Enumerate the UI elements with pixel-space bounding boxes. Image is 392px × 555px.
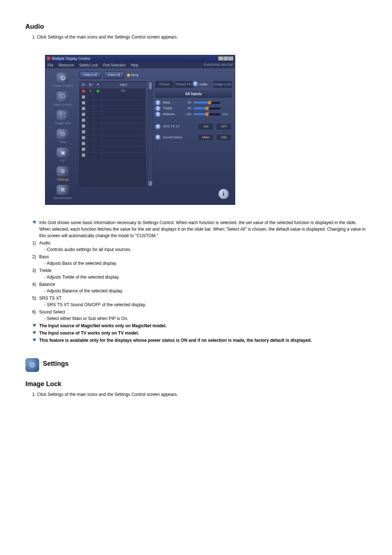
tab-image-lock[interactable]: Image Lock xyxy=(213,81,232,88)
image-lock-step-1: Click Settings of the main icons and the… xyxy=(37,391,367,398)
sidebar-item-pip[interactable]: ▣ PIP xyxy=(48,146,77,164)
sidebar-item-time[interactable]: ◷ Time xyxy=(48,127,77,146)
star-icon: ★ xyxy=(31,219,37,239)
slider-thumb[interactable] xyxy=(205,113,209,116)
row-checkbox[interactable] xyxy=(82,95,85,99)
toggle-row-srs-ts-xt: 5SRS TS XTONOFF xyxy=(155,123,232,130)
menu-help[interactable]: Help xyxy=(131,62,138,68)
grid-row[interactable] xyxy=(80,141,145,146)
window-maximize-button[interactable]: □ xyxy=(223,56,228,61)
menu-remocon[interactable]: Remocon xyxy=(58,62,74,68)
sidebar-item-image-size[interactable]: ⛶ Image Size xyxy=(48,109,77,127)
grid-row[interactable] xyxy=(80,123,145,129)
audio-step-1: Click Settings of the main icons and the… xyxy=(37,34,367,40)
input-source-icon: 🖵 xyxy=(57,92,69,102)
image-lock-heading: Image Lock xyxy=(25,379,367,389)
note-magicnet: The Input source of MagicNet works only … xyxy=(39,323,367,329)
sidebar-label: Image Size xyxy=(48,121,77,126)
list-item-desc: - Adjusts Bass of the selected display. xyxy=(44,260,367,267)
settings-icon: ⚙ xyxy=(57,166,69,177)
time-icon: ◷ xyxy=(57,129,69,139)
sidebar-item-input-source[interactable]: 🖵 Input Source xyxy=(48,90,77,108)
menu-safety-lock[interactable]: Safety Lock xyxy=(79,62,98,68)
grid-cell-id: 0 xyxy=(87,89,94,94)
tab-audio[interactable]: 1 Audio xyxy=(194,81,213,88)
menu-file[interactable]: File xyxy=(48,62,53,68)
row-checkbox[interactable] xyxy=(82,118,85,122)
row-checkbox[interactable] xyxy=(82,113,85,116)
row-checkbox[interactable] xyxy=(82,147,85,151)
toggle-option-b[interactable]: Sub xyxy=(216,134,232,141)
slider-value: 60 xyxy=(182,100,191,105)
star-icon: ★ xyxy=(31,323,37,329)
window-close-button[interactable]: × xyxy=(228,56,233,61)
grid-row[interactable] xyxy=(80,117,145,123)
grid-header-input: Input xyxy=(102,82,145,88)
tab-picture-pc[interactable]: Picture PC xyxy=(175,81,193,88)
busy-label: Busy xyxy=(131,73,139,78)
slider-thumb[interactable] xyxy=(205,107,209,110)
toggle-option-b[interactable]: OFF xyxy=(216,123,232,130)
status-dot-icon xyxy=(97,90,99,93)
scrollbar-down-arrow-icon[interactable] xyxy=(148,181,152,186)
grid-row[interactable] xyxy=(80,146,145,152)
settings-panel: Picture Picture PC 1 Audio Image Lock Al… xyxy=(155,81,232,186)
toggle-label: SRS TS XT xyxy=(163,124,196,129)
grid-row[interactable]: 0 PC xyxy=(80,88,145,94)
toggle-label: Sound Select xyxy=(163,135,196,140)
row-checkbox[interactable] xyxy=(82,124,85,128)
grid-row[interactable] xyxy=(80,152,145,158)
slider-bass[interactable] xyxy=(193,102,220,104)
list-number: 5) xyxy=(31,295,37,308)
window-minimize-button[interactable]: _ xyxy=(218,56,223,61)
grid-row[interactable] xyxy=(80,135,145,141)
sidebar-item-maintenance[interactable]: 🛠 Maintenance xyxy=(48,183,77,202)
info-button[interactable]: i xyxy=(218,189,229,199)
list-item-title: Audio xyxy=(39,240,367,246)
menu-port-selection[interactable]: Port Selection xyxy=(103,62,126,68)
row-checkbox[interactable] xyxy=(82,101,85,105)
grid-header-checkbox[interactable]: ☑ xyxy=(80,82,87,88)
select-all-button[interactable]: Select All xyxy=(79,72,101,79)
slider-balance[interactable] xyxy=(193,113,220,116)
app-icon xyxy=(47,57,50,60)
tab-picture[interactable]: Picture xyxy=(155,81,174,88)
sidebar: ⏻ Power Control 🖵 Input Source ⛶ Image S… xyxy=(48,71,77,202)
row-checkbox[interactable] xyxy=(82,107,85,110)
grid-row[interactable] xyxy=(80,100,145,106)
sidebar-item-power-control[interactable]: ⏻ Power Control xyxy=(48,71,77,89)
grid-row[interactable] xyxy=(80,94,145,100)
toggle-option-a[interactable]: Main xyxy=(198,134,214,141)
grid-row[interactable] xyxy=(80,112,145,117)
scrollbar-thumb[interactable] xyxy=(148,82,152,89)
grid-row[interactable] xyxy=(80,129,145,135)
toggle-option-a[interactable]: ON xyxy=(198,123,214,130)
list-number: 6) xyxy=(31,309,37,322)
badge-6: 6 xyxy=(155,134,161,140)
grid-row[interactable] xyxy=(80,106,145,112)
badge-5: 5 xyxy=(155,124,161,130)
slider-treble[interactable] xyxy=(193,108,220,110)
clear-all-button[interactable]: Clear All xyxy=(104,72,124,79)
row-checkbox[interactable] xyxy=(82,136,85,139)
sidebar-item-settings[interactable]: ⚙ Settings xyxy=(48,165,77,183)
star-icon: ★ xyxy=(31,330,37,336)
row-checkbox[interactable] xyxy=(82,142,85,145)
list-item-desc: - Adjusts Balance of the selected displa… xyxy=(44,288,367,294)
list-number: 3) xyxy=(31,267,37,280)
row-checkbox[interactable] xyxy=(82,153,85,157)
slider-row-balance: 4BalanceL50R50 xyxy=(155,112,232,117)
slider-thumb[interactable] xyxy=(208,101,211,104)
titlebar[interactable]: Multiple Display Control _ □ × xyxy=(45,55,235,62)
power-icon: ⏻ xyxy=(57,73,69,83)
slider-value: 50 xyxy=(182,106,191,111)
list-item-desc: - Select either Main or Sub when PIP is … xyxy=(44,315,367,322)
sidebar-label: Settings xyxy=(48,177,77,182)
row-checkbox[interactable] xyxy=(82,130,85,134)
grid-scrollbar[interactable] xyxy=(148,81,153,186)
star-icon: ★ xyxy=(31,337,37,344)
sidebar-label: Time xyxy=(48,140,77,145)
audio-heading: Audio xyxy=(25,22,367,32)
slider-label: Bass xyxy=(163,100,180,105)
slider-label: Balance xyxy=(163,112,180,117)
